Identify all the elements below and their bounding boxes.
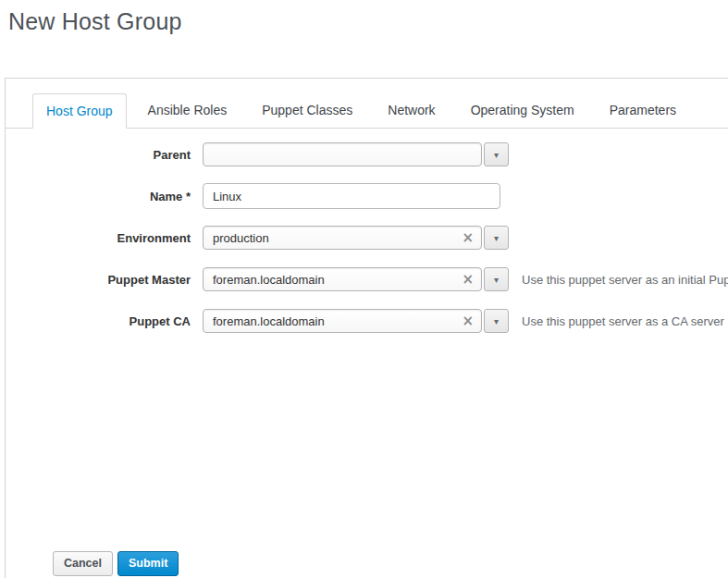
puppet-ca-select-value: foreman.localdomain <box>213 314 456 328</box>
clear-icon[interactable]: × <box>456 273 474 287</box>
clear-icon[interactable]: × <box>456 314 474 328</box>
chevron-down-icon[interactable]: ▾ <box>484 267 509 291</box>
cancel-button[interactable]: Cancel <box>53 551 113 576</box>
form-row-puppet-ca: Puppet CA foreman.localdomain × ▾ Use th… <box>6 308 728 334</box>
environment-select[interactable]: production × ▾ <box>203 226 509 250</box>
puppet-ca-label: Puppet CA <box>6 314 191 328</box>
tab-puppet-classes[interactable]: Puppet Classes <box>248 92 366 128</box>
puppet-master-select-value-box[interactable]: foreman.localdomain × <box>203 267 482 291</box>
chevron-down-icon[interactable]: ▾ <box>484 309 509 333</box>
tab-network[interactable]: Network <box>374 92 449 128</box>
chevron-down-icon[interactable]: ▾ <box>484 226 509 250</box>
tab-parameters[interactable]: Parameters <box>596 92 690 128</box>
name-label: Name * <box>6 190 191 203</box>
form-row-environment: Environment production × ▾ <box>6 225 728 251</box>
clear-icon[interactable]: × <box>456 231 474 245</box>
puppet-master-select[interactable]: foreman.localdomain × ▾ <box>203 267 509 291</box>
name-input[interactable] <box>203 183 500 209</box>
form-row-name: Name * <box>6 183 728 209</box>
page-title: New Host Group <box>8 8 182 35</box>
content-panel: Host Group Ansible Roles Puppet Classes … <box>5 78 728 578</box>
form-actions: Cancel Submit <box>53 551 179 576</box>
parent-label: Parent <box>6 148 191 162</box>
puppet-ca-select[interactable]: foreman.localdomain × ▾ <box>203 309 509 333</box>
tab-host-group[interactable]: Host Group <box>32 93 127 129</box>
puppet-ca-help: Use this puppet server as a CA server <box>522 314 724 328</box>
environment-select-value-box[interactable]: production × <box>203 226 482 250</box>
parent-select[interactable]: ▾ <box>203 142 509 166</box>
tab-operating-system[interactable]: Operating System <box>457 92 588 128</box>
chevron-down-icon[interactable]: ▾ <box>484 142 509 166</box>
submit-button[interactable]: Submit <box>117 551 179 576</box>
tab-ansible-roles[interactable]: Ansible Roles <box>134 92 241 128</box>
parent-select-value-box[interactable] <box>203 142 482 166</box>
puppet-master-help: Use this puppet server as an initial Pup… <box>522 273 728 287</box>
tab-bar: Host Group Ansible Roles Puppet Classes … <box>6 92 728 129</box>
form-row-parent: Parent ▾ <box>6 141 728 167</box>
puppet-ca-select-value-box[interactable]: foreman.localdomain × <box>203 309 482 333</box>
host-group-form: Parent ▾ Name * Environment production ×… <box>6 141 728 334</box>
puppet-master-select-value: foreman.localdomain <box>213 273 456 287</box>
form-row-puppet-master: Puppet Master foreman.localdomain × ▾ Us… <box>6 266 728 292</box>
environment-label: Environment <box>6 231 191 245</box>
environment-select-value: production <box>213 231 456 245</box>
puppet-master-label: Puppet Master <box>6 273 191 287</box>
